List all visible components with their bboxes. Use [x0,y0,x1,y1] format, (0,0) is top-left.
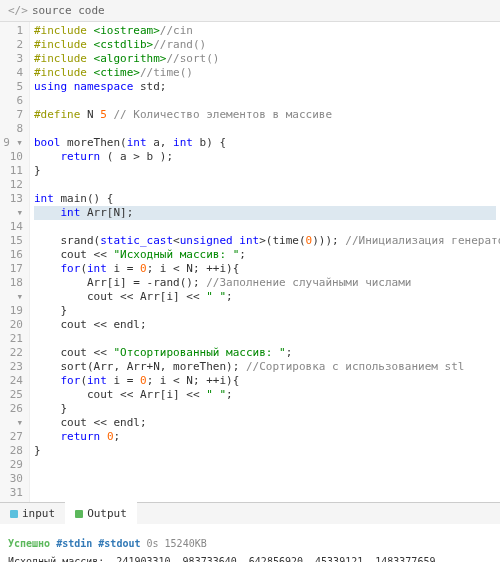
source-title: source code [32,4,105,17]
code-line[interactable] [34,178,496,192]
output-panel: Успешно #stdin #stdout 0s 15240KBИсходны… [0,524,500,562]
code-line[interactable]: } [34,444,496,458]
code-line[interactable]: } [34,304,496,318]
code-line[interactable]: #include <iostream>//cin [34,24,496,38]
code-line[interactable]: #define N 5 // Количество элементов в ма… [34,108,496,122]
code-line[interactable]: return 0; [34,430,496,444]
code-line[interactable]: sort(Arr, Arr+N, moreThen); //Сортировка… [34,360,496,374]
code-line[interactable]: int main() { [34,192,496,206]
input-icon [10,510,18,518]
code-editor[interactable]: 123456789 ▾10111213 ▾1415161718 ▾1920212… [0,22,500,502]
code-line[interactable]: for(int i = 0; i < N; ++i){ [34,262,496,276]
code-icon: </> [8,4,28,17]
tab-output-label: Output [87,507,127,520]
code-line[interactable] [34,122,496,136]
output-line: Исходный массив: -241903310 -983733640 -… [8,554,492,562]
code-line[interactable]: cout << "Отсортированный массив: "; [34,346,496,360]
code-line[interactable] [34,94,496,108]
code-line[interactable]: Arr[i] = -rand(); //Заполнение случайным… [34,276,496,290]
code-line[interactable]: int Arr[N]; [34,206,496,220]
tab-output[interactable]: Output [65,502,137,524]
code-line[interactable]: #include <ctime>//time() [34,66,496,80]
code-line[interactable]: using namespace std; [34,80,496,94]
io-tabs: input Output [0,502,500,524]
code-line[interactable]: for(int i = 0; i < N; ++i){ [34,374,496,388]
code-line[interactable]: } [34,164,496,178]
code-line[interactable]: } [34,402,496,416]
line-gutter: 123456789 ▾10111213 ▾1415161718 ▾1920212… [0,22,30,502]
code-line[interactable]: cout << endl; [34,416,496,430]
code-line[interactable] [34,332,496,346]
run-status: Успешно #stdin #stdout 0s 15240KB [8,536,492,552]
tab-input-label: input [22,507,55,520]
code-line[interactable]: cout << Arr[i] << " "; [34,388,496,402]
code-line[interactable]: #include <algorithm>//sort() [34,52,496,66]
output-icon [75,510,83,518]
code-line[interactable]: cout << endl; [34,318,496,332]
code-line[interactable]: cout << Arr[i] << " "; [34,290,496,304]
tab-input[interactable]: input [0,503,65,524]
code-line[interactable]: srand(static_cast<unsigned int>(time(0))… [34,234,496,248]
code-line[interactable]: cout << "Исходный массив: "; [34,248,496,262]
code-line[interactable]: bool moreThen(int a, int b) { [34,136,496,150]
code-line[interactable] [34,220,496,234]
code-line[interactable]: return ( a > b ); [34,150,496,164]
source-header: </> source code [0,0,500,22]
code-content[interactable]: #include <iostream>//cin#include <cstdli… [30,22,500,502]
code-line[interactable]: #include <cstdlib>//rand() [34,38,496,52]
